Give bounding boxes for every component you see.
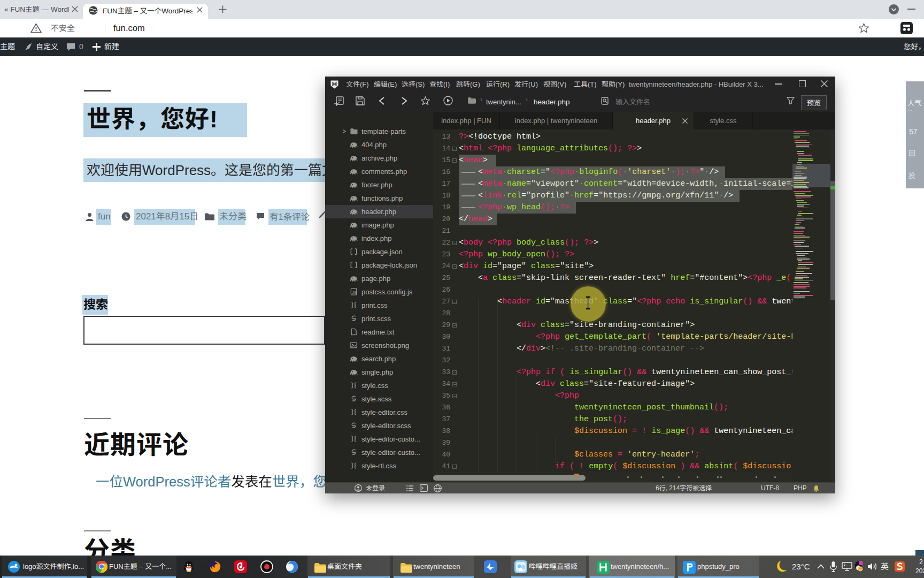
svg-text:JS: JS xyxy=(352,290,357,295)
